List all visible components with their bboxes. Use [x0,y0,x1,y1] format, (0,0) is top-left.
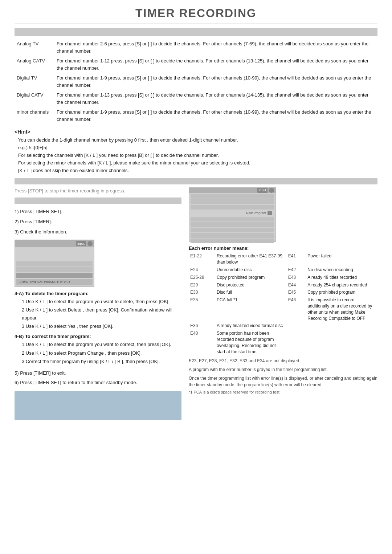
channel-table: Analog TVFor channel number 2-6 press, p… [15,39,377,124]
sub-step: 1 Use K / L ] to select the program you … [22,298,181,306]
step-3: 3) Check the information. [15,227,181,237]
error-code-right [287,330,306,355]
left-column: Press [STOP] to stop the timer recording… [15,187,181,420]
note-2: A program with the error number is graye… [189,366,377,373]
step-1: 1) Press [TIMER SET]. [15,207,181,216]
footnote: *1 PCA is a disc's space reserved for re… [189,390,377,395]
timer-row-3 [16,273,93,278]
channel-row: minor channelsFor channel number 1-9 pre… [15,107,377,124]
note-3: Once the timer programming list with err… [189,375,377,388]
error-row: E1-22Recording error other E41 E37-99 th… [189,252,377,266]
error-row: E25-28Copy prohibited programE43Already … [189,274,377,281]
error-row: E24Unrecordable discE42No disc when reco… [189,266,377,274]
error-desc-right: Already 49 titles recorded [306,274,377,281]
new-program-btn[interactable] [268,211,272,215]
steps-list: 1) Press [TIMER SET]. 2) Press [TIMER]. … [15,207,181,237]
step-3-num: 3) [15,229,19,235]
right-row-4 [191,217,274,221]
sub-step: 1 Use K / L ] to select the program you … [22,341,181,349]
timer-date-bar: JAN/02 12:00AM 1:00AM DTV125.1 [16,279,93,285]
error-code-left: E35 [189,296,215,322]
channel-text: For channel number 1-9 press, press [S] … [54,107,377,124]
channel-text: For channel number 1-9 press, press [S] … [54,73,377,90]
step-4a-substeps: 1 Use K / L ] to select the program you … [22,298,181,330]
right-screen-top: Input [189,188,275,193]
error-row: E35PCA full *1E46It is impossible to rec… [189,296,377,322]
channel-label: minor channels [15,107,54,124]
timer-screen-right: Input New Program [189,187,276,242]
error-table: E1-22Recording error other E41 E37-99 th… [189,252,377,355]
sub-step: 3 Use K / L ] to select Yes , then press… [22,322,181,330]
error-desc-left: Disc full [215,289,287,296]
hint-line: e.g.) 5 :[0]+[5] [18,144,377,152]
step-2-text: Press [TIMER]. [20,219,52,224]
right-row-8 [191,239,274,243]
hint-section: <Hint> You can decide the 1-digit channe… [15,128,377,174]
step-6: 6) Press [TIMER SET] to return to the ti… [15,378,181,387]
error-code-left: E40 [189,330,215,355]
error-desc-left: Already finalized video format disc [215,322,287,330]
error-code-left: E24 [189,266,215,274]
step-5: 5) Press [TIMER] to exit. [15,368,181,378]
section-bar-2 [15,178,377,184]
step-4b-substeps: 1 Use K / L ] to select the program you … [22,341,181,365]
channel-label: Analog CATV [15,56,54,73]
right-input-btn[interactable]: Input [257,188,268,193]
step-1-num: 1) [15,209,19,214]
new-program-label: New Program [246,211,266,215]
sub-step: 2 Use K / L ] to select Program Change ,… [22,349,181,357]
timer-row-1 [16,261,93,266]
step-1-text: Press [TIMER SET]. [20,209,62,214]
error-title: Each error number means: [189,245,377,251]
step-2-num: 2) [15,219,19,224]
error-code-left: E25-28 [189,274,215,281]
note-1: E23, E27, E28, E31, E32, E33 and E34 are… [189,358,377,364]
error-code-left: E29 [189,281,215,289]
right-row-1 [191,194,274,199]
channel-label: Digital TV [15,73,54,90]
right-column: Input New Program [189,187,377,420]
error-row: E40Some portion has not been recorded be… [189,330,377,355]
timer-screen-left: Input JAN/02 12:00AM 1:00AM DTV125.1 [15,240,94,287]
stop-text: Press [STOP] to stop the timer recording… [15,187,181,195]
sub-step: 2 Use K / L ] to select Delete , then pr… [22,306,181,322]
error-desc-right: It is impossible to record additionally … [306,296,377,322]
error-desc-right: No disc when recording [306,266,377,274]
timer-screen-rows: JAN/02 12:00AM 1:00AM DTV125.1 [15,247,94,286]
error-desc-left: Copy prohibited program [215,274,287,281]
step-3-text: Check the information. [20,229,67,235]
page: TIMER RECORDING Analog TVFor channel num… [0,0,392,435]
right-new-program-row: New Program [191,210,274,216]
error-code-right: E43 [287,274,306,281]
error-desc-left: Some portion has not been recorded becau… [215,330,287,355]
step-2: 2) Press [TIMER]. [15,217,181,227]
sub-step: 3 Correct the timer program by using [K … [22,358,181,366]
two-col-layout: Press [STOP] to stop the timer recording… [15,187,377,420]
step-4b: 4-B) To correct the timer program: 1 Use… [15,333,181,365]
hint-line: You can decide the 1-digit channel numbe… [18,137,377,144]
channel-text: For channel number 2-6 press, press [S] … [54,39,377,56]
error-code-right: E44 [287,281,306,289]
right-row-6 [191,228,274,232]
error-code-right [287,322,306,330]
channel-row: Digital TVFor channel number 1-9 press, … [15,73,377,90]
error-code-left: E1-22 [189,252,215,266]
hint-line: For selecting the channels with [K / L ]… [18,152,377,159]
right-circle-btn[interactable] [269,188,274,193]
step-4b-title: 4-B) To correct the timer program: [15,333,181,341]
timer-circle-btn[interactable] [87,241,93,246]
channel-text: For channel number 1-12 press, press [S]… [54,56,377,73]
error-row: E29Disc protectedE44Already 254 chapters… [189,281,377,289]
hint-title: <Hint> [15,128,377,136]
page-title: TIMER RECORDING [15,0,377,24]
error-row: E30Disc fullE45Copy prohibited program [189,289,377,296]
error-code-left: E36 [189,322,215,330]
steps-5-6: 5) Press [TIMER] to exit. 6) Press [TIME… [15,368,181,387]
timer-input-btn[interactable]: Input [76,241,86,246]
right-row-5 [191,222,274,227]
blue-box [15,391,181,420]
error-desc-right: Copy prohibited program [306,289,377,296]
channel-row: Digital CATVFor channel number 1-13 pres… [15,90,377,107]
error-code-right: E45 [287,289,306,296]
channel-label: Digital CATV [15,90,54,107]
